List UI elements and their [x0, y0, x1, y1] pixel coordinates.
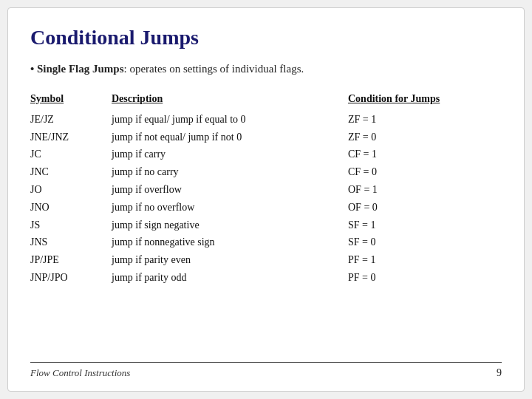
table-row: PF = 0 — [348, 269, 440, 287]
table-row: JE/JZ — [30, 111, 97, 129]
table-row: JP/JPE — [30, 251, 97, 269]
col3-header: Condition for Jumps — [348, 90, 440, 108]
table-row: jump if not equal/ jump if not 0 — [112, 129, 333, 146]
footer: Flow Control Instructions 9 — [30, 362, 502, 379]
table-row: JNS — [30, 233, 97, 251]
table-row: JNP/JPO — [30, 269, 97, 287]
table-row: jump if overflow — [112, 181, 333, 199]
table-row: JS — [30, 216, 97, 234]
footer-page: 9 — [497, 367, 502, 379]
table-row: SF = 0 — [348, 233, 440, 251]
slide: Conditional Jumps • Single Flag Jumps: o… — [7, 7, 525, 392]
subtitle-bold: • Single Flag Jumps — [30, 63, 124, 75]
table-row: jump if no overflow — [112, 199, 333, 216]
table-row: JNO — [30, 199, 97, 216]
table-row: CF = 1 — [348, 146, 440, 163]
table-row: JNC — [30, 163, 97, 181]
table-row: ZF = 1 — [348, 111, 440, 129]
table-row: jump if parity odd — [112, 269, 333, 287]
table-row: OF = 0 — [348, 199, 440, 216]
column-condition: Condition for Jumps ZF = 1ZF = 0CF = 1CF… — [348, 90, 440, 356]
col1-header: Symbol — [30, 90, 97, 108]
table-row: jump if no carry — [112, 163, 333, 181]
footer-label: Flow Control Instructions — [30, 367, 130, 379]
column-description: Description jump if equal/ jump if equal… — [112, 90, 333, 356]
subtitle: • Single Flag Jumps: operates on setting… — [30, 63, 502, 75]
table-row: jump if nonnegative sign — [112, 233, 333, 251]
col2-header: Description — [112, 90, 333, 108]
table-row: jump if parity even — [112, 251, 333, 269]
table-row: OF = 1 — [348, 181, 440, 199]
table-row: jump if carry — [112, 146, 333, 163]
table-row: ZF = 0 — [348, 129, 440, 146]
table-row: PF = 1 — [348, 251, 440, 269]
table-row: JO — [30, 181, 97, 199]
table-row: CF = 0 — [348, 163, 440, 181]
table-row: SF = 1 — [348, 216, 440, 234]
table-row: JC — [30, 146, 97, 163]
table-row: jump if equal/ jump if equal to 0 — [112, 111, 333, 129]
symbol-rows: JE/JZJNE/JNZJCJNCJOJNOJSJNSJP/JPEJNP/JPO — [30, 111, 97, 287]
column-symbol: Symbol JE/JZJNE/JNZJCJNCJOJNOJSJNSJP/JPE… — [30, 90, 97, 356]
table-area: Symbol JE/JZJNE/JNZJCJNCJOJNOJSJNSJP/JPE… — [30, 90, 502, 356]
subtitle-text: : operates on settings of individual fla… — [124, 63, 304, 75]
condition-rows: ZF = 1ZF = 0CF = 1CF = 0OF = 1OF = 0SF =… — [348, 111, 440, 287]
description-rows: jump if equal/ jump if equal to 0jump if… — [112, 111, 333, 287]
slide-title: Conditional Jumps — [30, 26, 502, 50]
table-row: JNE/JNZ — [30, 129, 97, 146]
table-row: jump if sign negative — [112, 216, 333, 234]
